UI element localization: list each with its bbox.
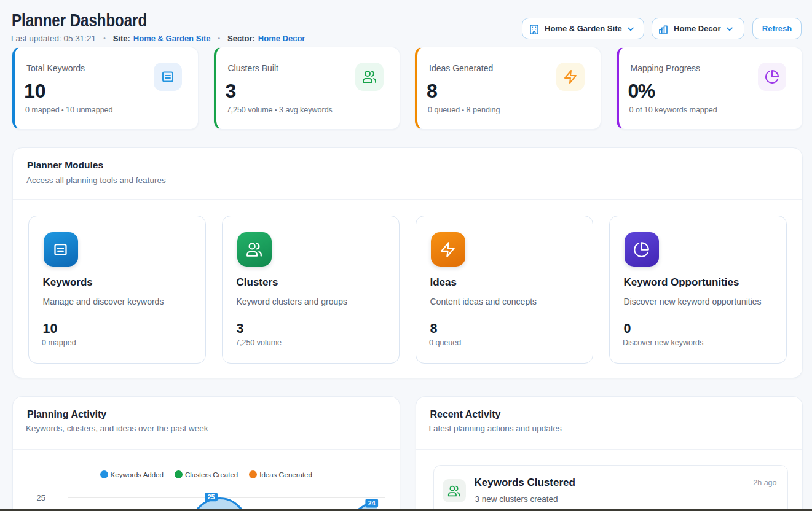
svg-text:25: 25 bbox=[208, 493, 215, 501]
svg-text:24: 24 bbox=[368, 499, 376, 507]
